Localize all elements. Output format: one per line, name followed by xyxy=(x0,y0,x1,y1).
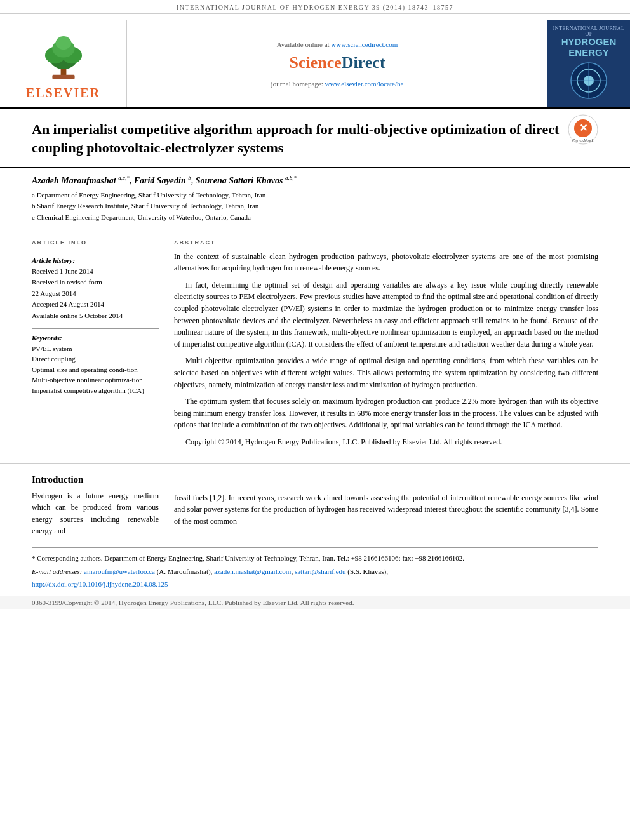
sciencedirect-section: Available online at www.sciencedirect.co… xyxy=(127,20,547,107)
journal-title-box: International Journal of HYDROGEN ENERGY xyxy=(553,25,625,102)
elsevier-logo-section: ELSEVIER xyxy=(0,20,127,107)
introduction-section: Introduction Hydrogen is a future energy… xyxy=(0,464,630,547)
accepted-date: Accepted 24 August 2014 xyxy=(32,300,104,308)
authors-line: Azadeh Maroufmashat a,c,*, Farid Sayedin… xyxy=(32,175,598,186)
article-info-title: Article Info xyxy=(32,239,159,246)
page-header: ELSEVIER Available online at www.science… xyxy=(0,14,630,109)
divider2 xyxy=(32,328,159,329)
keywords-label: Keywords: xyxy=(32,334,159,342)
sd-logo-part1: Science xyxy=(289,53,341,72)
divider xyxy=(32,251,159,251)
svg-text:✕: ✕ xyxy=(579,123,587,133)
email3-note: (S.S. Khavas), xyxy=(347,568,388,575)
svg-rect-6 xyxy=(52,75,74,79)
abstract-p3: Multi-objective optimization provides a … xyxy=(174,355,598,390)
article-title: An imperialist competitive algorithm app… xyxy=(32,121,560,157)
received-revised-date: 22 August 2014 xyxy=(32,290,76,297)
available-label: Available online at xyxy=(277,41,330,48)
email1-note: (A. Maroufmashat), xyxy=(157,568,213,575)
journal-homepage-url[interactable]: www.elsevier.com/locate/he xyxy=(325,80,404,88)
affiliation-c: c Chemical Engineering Department, Unive… xyxy=(32,212,598,223)
intro-right-column: fossil fuels [1,2]. In recent years, res… xyxy=(174,474,598,537)
journal-identity-box: International Journal of HYDROGEN ENERGY xyxy=(547,20,630,107)
svg-text:CrossMark: CrossMark xyxy=(572,138,594,143)
sd-logo-part2: Direct xyxy=(342,53,385,72)
journal-intl-label: International Journal of xyxy=(553,25,625,37)
email2-link[interactable]: azadeh.mashat@gmail.com xyxy=(214,568,291,575)
homepage-label: journal homepage: xyxy=(271,80,323,88)
author3-name: Sourena Sattari Khavas xyxy=(196,176,283,185)
author2-name: Farid Sayedin xyxy=(134,176,186,185)
abstract-p1: In the context of sustainable clean hydr… xyxy=(174,251,598,274)
affiliation-b: b Sharif Energy Research Institute, Shar… xyxy=(32,201,598,212)
journal-citation: International Journal of Hydrogen Energy… xyxy=(177,4,453,11)
available-online-text: Available online at www.sciencedirect.co… xyxy=(277,41,398,48)
available-online-date: Available online 5 October 2014 xyxy=(32,312,123,319)
doi-link[interactable]: http://dx.doi.org/10.1016/j.ijhydene.201… xyxy=(32,580,168,588)
abstract-copyright: Copyright © 2014, Hydrogen Energy Public… xyxy=(174,436,598,448)
abstract-p4: The optimum system that focuses solely o… xyxy=(174,396,598,431)
author3-sup: a,b,* xyxy=(285,175,297,181)
article-info-column: Article Info Article history: Received 1… xyxy=(32,239,159,453)
email-label: E-mail addresses: xyxy=(32,568,82,575)
intro-left-column: Introduction Hydrogen is a future energy… xyxy=(32,474,159,537)
intro-left-text: Hydrogen is a future energy medium which… xyxy=(32,490,159,537)
keyword-2: Direct coupling xyxy=(32,354,159,364)
abstract-p2: In fact, determining the optimal set of … xyxy=(174,279,598,350)
crossmark-icon: ✕ CrossMark xyxy=(568,114,598,145)
author1-name: Azadeh Maroufmashat xyxy=(32,176,116,185)
affiliations: a Department of Energy Engineering, Shar… xyxy=(32,190,598,223)
email3-link[interactable]: sattari@sharif.edu xyxy=(295,568,346,575)
sciencedirect-url[interactable]: www.sciencedirect.com xyxy=(331,41,398,48)
elsevier-logo: ELSEVIER xyxy=(26,27,100,100)
intro-right-text: fossil fuels [1,2]. In recent years, res… xyxy=(174,492,598,528)
corresponding-footnote: * Corresponding authors. Department of E… xyxy=(32,553,598,564)
keyword-5: Imperialist competitive algorithm (ICA) xyxy=(32,385,159,396)
svg-point-5 xyxy=(55,36,71,50)
author2-sup: b xyxy=(188,175,191,181)
keyword-3: Optimal size and operating condi-tion xyxy=(32,364,159,375)
authors-section: Azadeh Maroufmashat a,c,*, Farid Sayedin… xyxy=(0,168,630,229)
energy-label: ENERGY xyxy=(568,47,608,58)
email-footnote: E-mail addresses: amaroufm@uwaterloo.ca … xyxy=(32,566,598,578)
journal-name: HYDROGEN ENERGY xyxy=(553,37,625,58)
journal-header: International Journal of Hydrogen Energy… xyxy=(0,0,630,14)
article-title-section: An imperialist competitive algorithm app… xyxy=(0,109,630,168)
footnote-section: * Corresponding authors. Department of E… xyxy=(32,547,598,590)
sciencedirect-logo: ScienceDirect xyxy=(289,53,385,72)
content-section: Article Info Article history: Received 1… xyxy=(0,229,630,464)
abstract-column: Abstract In the context of sustainable c… xyxy=(174,239,598,453)
hydrogen-label: HYDROGEN xyxy=(561,36,617,47)
journal-icon xyxy=(570,62,608,100)
email1-link[interactable]: amaroufm@uwaterloo.ca xyxy=(84,568,155,575)
abstract-text: In the context of sustainable clean hydr… xyxy=(174,251,598,448)
journal-homepage-line: journal homepage: www.elsevier.com/locat… xyxy=(271,80,404,88)
elsevier-tree-icon xyxy=(35,27,92,83)
article-history-label: Article history: xyxy=(32,257,159,264)
corresponding-text: * Corresponding authors. Department of E… xyxy=(32,554,464,562)
received-revised-label: Received in revised form xyxy=(32,278,102,286)
issn-copyright: 0360-3199/Copyright © 2014, Hydrogen Ene… xyxy=(32,599,354,606)
keyword-1: PV/EL system xyxy=(32,343,159,354)
introduction-title: Introduction xyxy=(32,474,159,485)
elsevier-wordmark: ELSEVIER xyxy=(26,86,100,100)
affiliation-a: a Department of Energy Engineering, Shar… xyxy=(32,190,598,201)
copyright-bar: 0360-3199/Copyright © 2014, Hydrogen Ene… xyxy=(0,596,630,609)
article-history-items: Received 1 June 2014 Received in revised… xyxy=(32,266,159,322)
received-date: Received 1 June 2014 xyxy=(32,267,93,275)
crossmark-container: ✕ CrossMark xyxy=(568,114,598,147)
keyword-4: Multi-objective nonlinear optimiza-tion xyxy=(32,375,159,385)
author1-sup: a,c,* xyxy=(118,175,130,181)
abstract-title: Abstract xyxy=(174,239,598,246)
doi-footnote: http://dx.doi.org/10.1016/j.ijhydene.201… xyxy=(32,579,598,590)
